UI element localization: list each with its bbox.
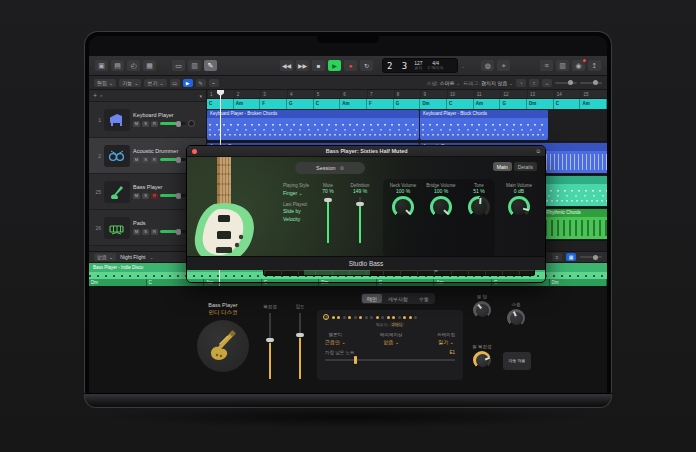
chord-cell[interactable]: Am	[474, 99, 501, 109]
record-enable-button[interactable]: R	[151, 193, 158, 199]
session-popup[interactable]: 프레이징 밀기 ⌄	[437, 332, 455, 345]
fill-dot[interactable]	[343, 316, 346, 319]
lcd-chevron-icon[interactable]: ⌄	[461, 63, 465, 69]
chord-cell[interactable]: F	[367, 99, 394, 109]
solo-button[interactable]: S	[142, 121, 149, 127]
catch-playhead-icon[interactable]: ▶	[183, 79, 193, 87]
editor-zoom-slider[interactable]	[580, 256, 602, 258]
record-enable-button[interactable]: R	[151, 121, 158, 127]
edit-menu[interactable]: 편집⌄	[94, 79, 116, 87]
bass-player-plugin-window[interactable]: Bass Player: Sixties Half Muted ⧉	[186, 145, 546, 283]
solo-button[interactable]: S	[142, 229, 149, 235]
quick-help-icon[interactable]: ◴	[127, 60, 140, 71]
plugin-view-tab[interactable]: Details	[514, 162, 537, 171]
fill-pattern-row[interactable]: 2	[323, 314, 457, 320]
play-button[interactable]: ▶	[328, 60, 341, 71]
track-header[interactable]: 1 Keyboard Player M S	[89, 102, 206, 138]
chord-cell[interactable]: Am	[580, 99, 607, 109]
fills-caption[interactable]: 채우기: 2마디	[323, 322, 457, 327]
chord-cell[interactable]: F	[260, 99, 287, 109]
plugin-title-bar[interactable]: Bass Player: Sixties Half Muted ⧉	[187, 146, 545, 157]
grid-icon[interactable]: ▭	[170, 79, 180, 87]
plugin-view-tab[interactable]: Main	[493, 162, 512, 171]
fill-dot[interactable]	[381, 316, 384, 319]
cycle-button[interactable]: ↻	[360, 60, 373, 71]
vertical-zoom-icon[interactable]: ↕	[529, 79, 539, 87]
fill-complexity-knob[interactable]: 필 복잡성	[465, 344, 499, 369]
horizontal-zoom-icon[interactable]: ↔	[542, 79, 552, 87]
fill-dot[interactable]	[376, 316, 379, 319]
tuner-icon[interactable]: ◍	[481, 60, 494, 71]
editor-list-icon[interactable]: ≡	[552, 253, 562, 261]
fill-dot[interactable]	[365, 316, 368, 319]
section-chevron-icon[interactable]: ⌄	[150, 254, 154, 260]
fill-dot[interactable]	[354, 316, 357, 319]
volume-slider[interactable]	[160, 122, 186, 125]
mute-button[interactable]: M	[133, 193, 140, 199]
chord-cell[interactable]: Dm	[420, 99, 447, 109]
editor-chord-cell[interactable]: Dm	[550, 279, 608, 286]
rewind-button[interactable]: ◀◀	[280, 60, 293, 71]
count-in-icon[interactable]: ⌖	[497, 60, 510, 71]
share-icon[interactable]: ↥	[588, 60, 601, 71]
bar-ruler[interactable]: 123456789101112131415	[207, 90, 607, 99]
chord-cell[interactable]: Am	[234, 99, 261, 109]
stop-button[interactable]: ■	[312, 60, 325, 71]
chord-cell[interactable]: Dm	[527, 99, 554, 109]
mute-button[interactable]: M	[133, 229, 140, 235]
neck-volume-knob[interactable]: Neck Volume 100 %	[387, 183, 419, 218]
session-view-tab[interactable]: 세부사항	[383, 294, 413, 303]
zoom-slider-h[interactable]	[555, 82, 577, 84]
record-enable-button[interactable]: R	[151, 229, 158, 235]
fill-dot[interactable]	[337, 316, 340, 319]
lowest-note-control[interactable]: 가장 낮은 노트 E1	[323, 350, 457, 361]
chord-cell[interactable]: C	[314, 99, 341, 109]
fill-dot[interactable]	[409, 316, 412, 319]
toolbar-icon[interactable]: ▣	[95, 60, 108, 71]
smart-controls-icon[interactable]: ▭	[172, 60, 185, 71]
chord-cell[interactable]: Am	[340, 99, 367, 109]
fill-dot[interactable]	[348, 316, 351, 319]
fill-dot[interactable]	[403, 316, 406, 319]
waveform-zoom-icon[interactable]: ◔	[516, 79, 526, 87]
add-track-button[interactable]: +	[93, 92, 97, 99]
volume-slider[interactable]	[160, 230, 186, 233]
region-block-chords[interactable]: Keyboard Player - Block Chords	[420, 110, 548, 140]
bridge-volume-knob[interactable]: Bridge Volume 100 %	[425, 183, 457, 218]
session-view-tab[interactable]: 수동	[414, 294, 434, 303]
solo-button[interactable]: S	[142, 157, 149, 163]
complexity-slider[interactable]: 복잡성	[257, 304, 283, 379]
mute-button[interactable]: M	[133, 157, 140, 163]
definition-slider[interactable]: Definition 149 %	[347, 183, 373, 243]
preset-pill[interactable]: Session ⚙	[295, 162, 365, 174]
main-volume-knob[interactable]: Main Volume 0 dB	[503, 183, 535, 218]
chord-cell[interactable]: C	[554, 99, 581, 109]
zoom-slider-v[interactable]	[580, 82, 602, 84]
chord-track[interactable]: CAmFGCAmFGDmCAmGDmCAm	[207, 99, 607, 109]
fill-amount-knob[interactable]: 필 양	[465, 294, 499, 319]
session-popup[interactable]: 멜로디 근음만 ⌄	[325, 332, 346, 345]
swing-knob[interactable]: 스윙	[499, 302, 533, 327]
link-icon[interactable]: ⧉	[536, 148, 540, 155]
drag-setting[interactable]: 드래그: 겹치지 않음 ⌄	[463, 80, 513, 86]
fill-dot[interactable]	[359, 316, 362, 319]
forward-button[interactable]: ▶▶	[296, 60, 309, 71]
fill-dot[interactable]	[398, 316, 401, 319]
project-section-title[interactable]: Night Flight	[120, 254, 145, 260]
fill-dot[interactable]	[392, 316, 395, 319]
chord-cell[interactable]: G	[394, 99, 421, 109]
header-options-icon[interactable]: ▾	[199, 93, 202, 99]
pencil-icon[interactable]: ✎	[196, 79, 206, 87]
library-icon[interactable]: ▤	[111, 60, 124, 71]
chord-cell[interactable]: G	[287, 99, 314, 109]
editor-chord-cell[interactable]: Dm	[89, 279, 147, 286]
automation-icon[interactable]: ⌁	[209, 79, 219, 87]
session-popup[interactable]: 베리에이션 없음 ⌄	[380, 332, 403, 345]
fill-dot[interactable]	[414, 316, 417, 319]
fill-dot[interactable]	[370, 316, 373, 319]
fill-dot[interactable]	[332, 316, 335, 319]
mixer-icon[interactable]: ▥	[188, 60, 201, 71]
volume-slider[interactable]	[160, 194, 186, 197]
record-enable-button[interactable]: R	[151, 157, 158, 163]
tone-knob[interactable]: Tone 51 %	[463, 183, 495, 218]
